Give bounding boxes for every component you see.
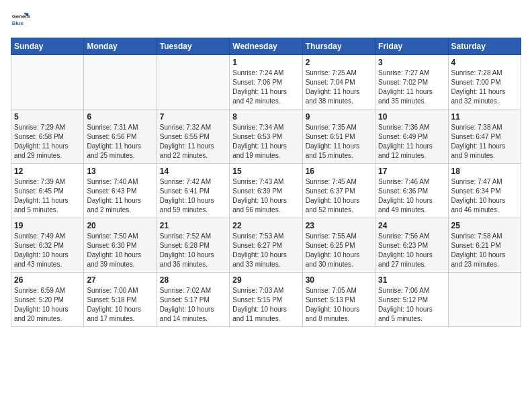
day-number: 1 [232,58,299,67]
calendar-cell: 27Sunrise: 7:00 AM Sunset: 5:18 PM Dayli… [84,273,157,327]
calendar-cell: 30Sunrise: 7:05 AM Sunset: 5:13 PM Dayli… [302,273,375,327]
calendar-week-row: 5Sunrise: 7:29 AM Sunset: 6:58 PM Daylig… [11,109,521,164]
day-number: 5 [14,112,81,122]
day-number: 20 [87,221,153,230]
calendar-cell: 24Sunrise: 7:56 AM Sunset: 6:23 PM Dayli… [375,218,448,273]
day-number: 13 [87,167,153,176]
calendar-cell: 22Sunrise: 7:53 AM Sunset: 6:27 PM Dayli… [230,218,302,273]
day-info: Sunrise: 7:52 AM Sunset: 6:28 PM Dayligh… [160,232,226,269]
day-number: 31 [378,275,445,285]
day-number: 11 [451,112,518,122]
calendar-cell: 18Sunrise: 7:47 AM Sunset: 6:34 PM Dayli… [448,164,521,218]
calendar-cell: 12Sunrise: 7:39 AM Sunset: 6:45 PM Dayli… [11,164,84,218]
calendar-cell [11,55,84,109]
day-number: 9 [306,112,372,122]
day-info: Sunrise: 7:55 AM Sunset: 6:25 PM Dayligh… [306,232,372,269]
logo-icon: General Blue [11,11,30,30]
day-info: Sunrise: 7:58 AM Sunset: 6:21 PM Dayligh… [451,232,518,269]
calendar-cell: 17Sunrise: 7:46 AM Sunset: 6:36 PM Dayli… [375,164,448,218]
calendar-cell: 13Sunrise: 7:40 AM Sunset: 6:43 PM Dayli… [84,164,157,218]
day-info: Sunrise: 7:46 AM Sunset: 6:36 PM Dayligh… [378,177,445,215]
calendar-cell [448,273,521,327]
day-info: Sunrise: 7:50 AM Sunset: 6:30 PM Dayligh… [87,232,153,269]
day-number: 7 [160,112,226,122]
calendar-cell: 29Sunrise: 7:03 AM Sunset: 5:15 PM Dayli… [230,273,302,327]
calendar-cell: 6Sunrise: 7:31 AM Sunset: 6:56 PM Daylig… [84,109,157,164]
weekday-header-sunday: Sunday [11,38,84,55]
calendar-cell: 25Sunrise: 7:58 AM Sunset: 6:21 PM Dayli… [448,218,521,273]
day-number: 21 [160,221,226,230]
day-info: Sunrise: 7:45 AM Sunset: 6:37 PM Dayligh… [306,177,372,215]
calendar-cell: 21Sunrise: 7:52 AM Sunset: 6:28 PM Dayli… [157,218,229,273]
day-info: Sunrise: 7:03 AM Sunset: 5:15 PM Dayligh… [232,286,299,324]
day-number: 26 [14,275,81,285]
calendar-week-row: 1Sunrise: 7:24 AM Sunset: 7:06 PM Daylig… [11,55,521,109]
day-number: 16 [306,167,372,176]
day-info: Sunrise: 7:53 AM Sunset: 6:27 PM Dayligh… [232,232,299,269]
day-number: 8 [232,112,299,122]
calendar-cell: 23Sunrise: 7:55 AM Sunset: 6:25 PM Dayli… [302,218,375,273]
calendar-cell: 26Sunrise: 6:59 AM Sunset: 5:20 PM Dayli… [11,273,84,327]
calendar-cell: 11Sunrise: 7:38 AM Sunset: 6:47 PM Dayli… [448,109,521,164]
day-info: Sunrise: 7:06 AM Sunset: 5:12 PM Dayligh… [378,286,445,324]
calendar-cell: 28Sunrise: 7:02 AM Sunset: 5:17 PM Dayli… [157,273,229,327]
calendar-cell: 16Sunrise: 7:45 AM Sunset: 6:37 PM Dayli… [302,164,375,218]
day-number: 10 [378,112,445,122]
day-info: Sunrise: 7:31 AM Sunset: 6:56 PM Dayligh… [87,123,153,161]
calendar-cell: 4Sunrise: 7:28 AM Sunset: 7:00 PM Daylig… [448,55,521,109]
calendar-cell: 14Sunrise: 7:42 AM Sunset: 6:41 PM Dayli… [157,164,229,218]
calendar-cell: 3Sunrise: 7:27 AM Sunset: 7:02 PM Daylig… [375,55,448,109]
day-number: 24 [378,221,445,230]
day-number: 2 [306,58,372,67]
day-info: Sunrise: 7:56 AM Sunset: 6:23 PM Dayligh… [378,232,445,269]
calendar-table: SundayMondayTuesdayWednesdayThursdayFrid… [11,38,521,327]
calendar-week-row: 19Sunrise: 7:49 AM Sunset: 6:32 PM Dayli… [11,218,521,273]
weekday-header-row: SundayMondayTuesdayWednesdayThursdayFrid… [11,38,521,55]
day-number: 17 [378,167,445,176]
weekday-header-thursday: Thursday [302,38,375,55]
calendar-week-row: 12Sunrise: 7:39 AM Sunset: 6:45 PM Dayli… [11,164,521,218]
day-number: 28 [160,275,226,285]
calendar-cell: 10Sunrise: 7:36 AM Sunset: 6:49 PM Dayli… [375,109,448,164]
logo: General Blue [11,11,30,30]
calendar-cell: 1Sunrise: 7:24 AM Sunset: 7:06 PM Daylig… [230,55,302,109]
day-info: Sunrise: 7:40 AM Sunset: 6:43 PM Dayligh… [87,177,153,215]
calendar-cell [157,55,229,109]
day-info: Sunrise: 7:36 AM Sunset: 6:49 PM Dayligh… [378,123,445,161]
day-number: 12 [14,167,81,176]
calendar-cell: 9Sunrise: 7:35 AM Sunset: 6:51 PM Daylig… [302,109,375,164]
calendar-cell: 5Sunrise: 7:29 AM Sunset: 6:58 PM Daylig… [11,109,84,164]
day-number: 4 [451,58,518,67]
day-info: Sunrise: 7:38 AM Sunset: 6:47 PM Dayligh… [451,123,518,161]
weekday-header-tuesday: Tuesday [157,38,229,55]
day-number: 19 [14,221,81,230]
day-number: 22 [232,221,299,230]
day-info: Sunrise: 7:32 AM Sunset: 6:55 PM Dayligh… [160,123,226,161]
calendar-cell [84,55,157,109]
day-number: 6 [87,112,153,122]
svg-text:Blue: Blue [12,20,24,26]
calendar-cell: 8Sunrise: 7:34 AM Sunset: 6:53 PM Daylig… [230,109,302,164]
day-info: Sunrise: 7:42 AM Sunset: 6:41 PM Dayligh… [160,177,226,215]
weekday-header-wednesday: Wednesday [230,38,302,55]
weekday-header-monday: Monday [84,38,157,55]
day-info: Sunrise: 6:59 AM Sunset: 5:20 PM Dayligh… [14,286,81,324]
day-number: 23 [306,221,372,230]
day-info: Sunrise: 7:02 AM Sunset: 5:17 PM Dayligh… [160,286,226,324]
day-info: Sunrise: 7:05 AM Sunset: 5:13 PM Dayligh… [306,286,372,324]
day-info: Sunrise: 7:00 AM Sunset: 5:18 PM Dayligh… [87,286,153,324]
day-info: Sunrise: 7:28 AM Sunset: 7:00 PM Dayligh… [451,68,518,106]
day-info: Sunrise: 7:47 AM Sunset: 6:34 PM Dayligh… [451,177,518,215]
day-info: Sunrise: 7:34 AM Sunset: 6:53 PM Dayligh… [232,123,299,161]
weekday-header-friday: Friday [375,38,448,55]
day-info: Sunrise: 7:27 AM Sunset: 7:02 PM Dayligh… [378,68,445,106]
calendar-week-row: 26Sunrise: 6:59 AM Sunset: 5:20 PM Dayli… [11,273,521,327]
day-number: 14 [160,167,226,176]
calendar-cell: 20Sunrise: 7:50 AM Sunset: 6:30 PM Dayli… [84,218,157,273]
weekday-header-saturday: Saturday [448,38,521,55]
day-number: 3 [378,58,445,67]
calendar-cell: 15Sunrise: 7:43 AM Sunset: 6:39 PM Dayli… [230,164,302,218]
day-number: 25 [451,221,518,230]
day-info: Sunrise: 7:29 AM Sunset: 6:58 PM Dayligh… [14,123,81,161]
day-number: 27 [87,275,153,285]
